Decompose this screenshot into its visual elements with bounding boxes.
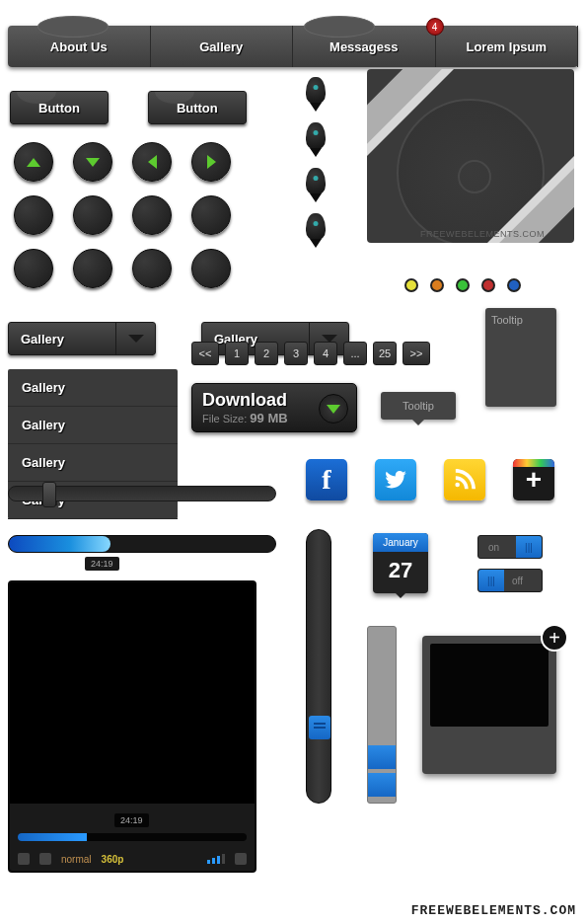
slider-horizontal[interactable] bbox=[8, 486, 276, 501]
pin-icon[interactable] bbox=[306, 213, 326, 241]
video-screen[interactable] bbox=[10, 582, 255, 804]
swatch[interactable] bbox=[430, 278, 444, 292]
chevron-down-icon bbox=[115, 323, 155, 354]
pin-icon[interactable] bbox=[306, 77, 326, 105]
calendar-widget[interactable]: January 27 bbox=[373, 533, 428, 593]
chevron-down-icon bbox=[319, 394, 348, 424]
page-next[interactable]: >> bbox=[403, 342, 430, 365]
nav-tab-gallery[interactable]: Gallery bbox=[151, 26, 294, 67]
round-button[interactable] bbox=[73, 195, 112, 235]
dropdown-a[interactable]: Gallery bbox=[8, 322, 156, 355]
menu-item[interactable]: Gallery bbox=[8, 369, 178, 407]
round-button[interactable] bbox=[14, 249, 53, 288]
fullscreen-button[interactable] bbox=[235, 853, 247, 865]
seek-bar[interactable] bbox=[18, 833, 247, 841]
download-button[interactable]: Download File Size: 99 MB bbox=[191, 383, 357, 432]
nav-tab-lorem[interactable]: Lorem Ipsum bbox=[436, 26, 579, 67]
watermark: FREEWEBELEMENTS.COM bbox=[420, 229, 545, 239]
button-a[interactable]: Button bbox=[10, 91, 109, 124]
stop-button[interactable] bbox=[39, 853, 51, 865]
range-handle[interactable] bbox=[368, 773, 396, 797]
page-num[interactable]: 25 bbox=[373, 342, 397, 365]
round-button[interactable] bbox=[132, 249, 172, 288]
top-nav: About Us Gallery Messagess Lorem Ipsum 4 bbox=[8, 26, 578, 67]
album-art: FREEWEBELEMENTS.COM bbox=[367, 69, 574, 243]
progress-fill bbox=[9, 536, 110, 552]
facebook-icon[interactable]: f bbox=[306, 459, 347, 500]
menu-item[interactable]: Gallery bbox=[8, 444, 178, 482]
tooltip-large: Tooltip bbox=[485, 308, 556, 407]
slider-vertical[interactable] bbox=[306, 529, 331, 804]
add-icon[interactable]: + bbox=[513, 459, 554, 500]
toggle-label: on bbox=[478, 542, 499, 553]
rss-icon[interactable] bbox=[444, 459, 485, 500]
progress-time: 24:19 bbox=[85, 557, 119, 571]
arrow-up-icon[interactable] bbox=[14, 142, 53, 182]
video-player: 24:19 normal 360p bbox=[8, 580, 256, 873]
quality-label: normal bbox=[61, 854, 92, 865]
toggle-grip bbox=[516, 536, 542, 558]
round-button[interactable] bbox=[14, 195, 53, 235]
progress-bar bbox=[8, 535, 276, 553]
page-prev[interactable]: << bbox=[191, 342, 219, 365]
arrow-left-icon[interactable] bbox=[132, 142, 172, 182]
tooltip-small: Tooltip bbox=[381, 392, 456, 420]
page-num[interactable]: 1 bbox=[225, 342, 249, 365]
round-button[interactable] bbox=[73, 249, 112, 288]
page-num[interactable]: 2 bbox=[255, 342, 278, 365]
calendar-day: 27 bbox=[373, 552, 428, 593]
round-button[interactable] bbox=[191, 195, 231, 235]
page-num[interactable]: 4 bbox=[314, 342, 337, 365]
image-card: + bbox=[422, 636, 556, 774]
page-num[interactable]: 3 bbox=[284, 342, 308, 365]
nav-tab-messages[interactable]: Messagess bbox=[293, 26, 436, 67]
nav-tab-about[interactable]: About Us bbox=[8, 26, 151, 67]
round-button[interactable] bbox=[132, 195, 172, 235]
notification-badge: 4 bbox=[426, 18, 444, 36]
signal-icon bbox=[207, 854, 225, 864]
toggle-label: off bbox=[504, 576, 523, 586]
card-image bbox=[430, 644, 549, 727]
color-swatches bbox=[404, 278, 521, 292]
quality-value[interactable]: 360p bbox=[102, 854, 124, 865]
menu-item[interactable]: Gallery bbox=[8, 407, 178, 444]
dropdown-label: Gallery bbox=[9, 332, 115, 346]
add-button[interactable]: + bbox=[541, 624, 568, 652]
calendar-month: January bbox=[373, 533, 428, 552]
toggle-grip bbox=[478, 570, 504, 591]
map-pins bbox=[306, 77, 326, 241]
swatch[interactable] bbox=[507, 278, 521, 292]
pin-icon[interactable] bbox=[306, 168, 326, 195]
button-b[interactable]: Button bbox=[148, 91, 247, 124]
range-vertical[interactable] bbox=[367, 626, 397, 804]
swatch[interactable] bbox=[404, 278, 418, 292]
footer-watermark: FREEWEBELEMENTS.COM bbox=[411, 903, 576, 918]
range-handle[interactable] bbox=[368, 745, 396, 769]
swatch[interactable] bbox=[481, 278, 495, 292]
toggle-on[interactable]: on bbox=[477, 535, 543, 559]
slider-knob[interactable] bbox=[309, 716, 330, 739]
social-buttons: f + bbox=[306, 459, 554, 500]
pin-icon[interactable] bbox=[306, 122, 326, 150]
toggle-off[interactable]: off bbox=[477, 569, 543, 592]
arrow-right-icon[interactable] bbox=[191, 142, 231, 182]
twitter-icon[interactable] bbox=[375, 459, 416, 500]
slider-knob[interactable] bbox=[42, 482, 56, 507]
play-button[interactable] bbox=[18, 853, 30, 865]
swatch[interactable] bbox=[456, 278, 470, 292]
pagination: << 1 2 3 4 ... 25 >> bbox=[191, 342, 430, 365]
round-button[interactable] bbox=[191, 249, 231, 288]
player-time: 24:19 bbox=[114, 813, 149, 827]
arrow-down-icon[interactable] bbox=[73, 142, 112, 182]
page-ellipsis: ... bbox=[343, 342, 367, 365]
